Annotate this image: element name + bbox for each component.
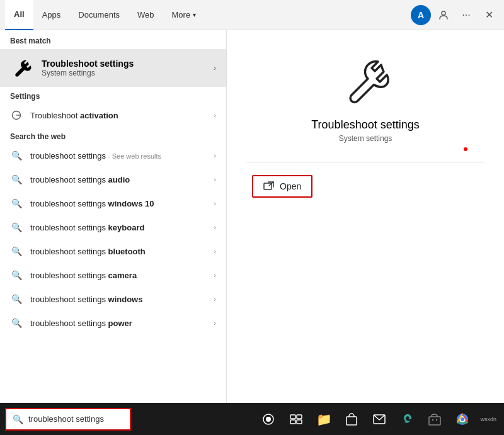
nav-tabs: All Apps Documents Web More ▾ A (0, 0, 504, 30)
close-button[interactable]: ✕ (479, 5, 499, 25)
svg-rect-13 (429, 417, 440, 425)
settings-item-chevron: › (214, 111, 216, 119)
web-item-2[interactable]: 🔍 troubleshoot settings windows 10 › (0, 191, 226, 215)
avatar[interactable]: A (411, 5, 431, 25)
chevron-down-icon: ▾ (193, 11, 196, 18)
settings-icon (10, 109, 23, 121)
settings-troubleshoot-activation[interactable]: Troubleshoot activation › (0, 103, 226, 127)
web-item-text-5: troubleshoot settings camera (30, 271, 206, 280)
search-icon-0: 🔍 (10, 149, 23, 162)
red-dot-decoration (464, 147, 467, 151)
open-label: Open (280, 181, 301, 191)
right-panel: Troubleshoot settings System settings Op… (227, 30, 504, 403)
taskbar-explorer-icon[interactable]: 📁 (311, 407, 336, 432)
search-icon-4: 🔍 (10, 245, 23, 257)
web-item-chevron-0: › (214, 152, 216, 159)
person-icon-button[interactable] (433, 5, 454, 25)
taskbar-search-text: troubleshoot settings (28, 414, 104, 424)
web-item-text-7: troubleshoot settings power (30, 319, 206, 328)
web-item-text-0: troubleshoot settings - See web results (30, 151, 206, 161)
web-item-0[interactable]: 🔍 troubleshoot settings - See web result… (0, 144, 226, 167)
best-match-label: Best match (0, 30, 226, 49)
more-dots-button[interactable]: ··· (456, 5, 476, 25)
svg-rect-11 (346, 417, 357, 425)
taskbar-chrome-icon[interactable] (450, 407, 475, 432)
content-area: Best match Troubleshoot settings System … (0, 30, 504, 403)
search-icon-2: 🔍 (10, 197, 23, 210)
svg-rect-8 (297, 415, 302, 419)
search-icon-5: 🔍 (10, 269, 23, 281)
web-item-chevron-7: › (214, 319, 216, 327)
tab-web[interactable]: Web (129, 0, 163, 30)
right-title: Troubleshoot settings (311, 118, 419, 132)
taskbar-search-bar[interactable]: 🔍 troubleshoot settings (5, 408, 131, 431)
search-icon-7: 🔍 (10, 317, 23, 329)
web-item-5[interactable]: 🔍 troubleshoot settings camera › (0, 263, 226, 287)
web-item-chevron-6: › (214, 295, 216, 303)
web-item-text-3: troubleshoot settings keyboard (30, 223, 206, 232)
wrench-icon (10, 57, 33, 79)
taskbar: 🔍 troubleshoot settings 📁 (0, 403, 504, 435)
web-item-1[interactable]: 🔍 troubleshoot settings audio › (0, 167, 226, 191)
web-item-text-2: troubleshoot settings windows 10 (30, 199, 206, 208)
open-icon (263, 181, 275, 191)
tab-documents[interactable]: Documents (69, 0, 129, 30)
taskbar-store2-icon[interactable] (422, 407, 447, 432)
svg-point-15 (436, 419, 437, 420)
search-icon-3: 🔍 (10, 221, 23, 234)
svg-rect-10 (297, 420, 302, 424)
right-divider (246, 162, 485, 162)
best-match-chevron: › (214, 64, 216, 72)
web-item-chevron-3: › (214, 223, 216, 231)
nav-controls: A ··· ✕ (411, 5, 499, 25)
taskbar-search-icon: 🔍 (13, 414, 23, 424)
search-icon-6: 🔍 (10, 293, 23, 305)
best-match-subtitle: System settings (42, 69, 205, 77)
large-wrench-icon (340, 55, 391, 108)
taskbar-edge-icon[interactable] (394, 407, 420, 432)
search-window: All Apps Documents Web More ▾ A (0, 0, 504, 403)
settings-item-text: Troubleshoot activation (30, 111, 206, 120)
web-item-chevron-4: › (214, 247, 216, 255)
svg-point-0 (442, 11, 445, 15)
open-button-container: Open (246, 175, 485, 198)
taskbar-cortana-icon[interactable] (256, 407, 281, 432)
tab-all[interactable]: All (5, 0, 33, 30)
taskbar-task-view-icon[interactable] (284, 407, 309, 432)
web-item-3[interactable]: 🔍 troubleshoot settings keyboard › (0, 215, 226, 239)
best-match-item[interactable]: Troubleshoot settings System settings › (0, 49, 226, 87)
tab-apps[interactable]: Apps (33, 0, 70, 30)
right-subtitle: System settings (339, 134, 392, 143)
web-item-text-6: troubleshoot settings windows (30, 295, 206, 304)
best-match-title: Troubleshoot settings (42, 59, 205, 69)
web-item-chevron-5: › (214, 271, 216, 279)
svg-point-14 (432, 419, 433, 420)
open-button[interactable]: Open (252, 175, 312, 198)
web-item-4[interactable]: 🔍 troubleshoot settings bluetooth › (0, 239, 226, 263)
left-panel: Best match Troubleshoot settings System … (0, 30, 227, 403)
tab-more[interactable]: More ▾ (163, 0, 205, 30)
settings-section-label: Settings (0, 87, 226, 103)
best-match-text: Troubleshoot settings System settings (42, 59, 205, 77)
taskbar-mail-icon[interactable] (367, 407, 392, 432)
taskbar-store-icon[interactable] (339, 407, 364, 432)
web-item-chevron-1: › (214, 176, 216, 183)
svg-point-6 (266, 417, 271, 422)
web-item-chevron-2: › (214, 200, 216, 207)
web-item-6[interactable]: 🔍 troubleshoot settings windows › (0, 287, 226, 311)
svg-rect-7 (290, 415, 295, 419)
svg-rect-9 (290, 420, 295, 424)
taskbar-wsxdn-icon: wsxdn (478, 407, 499, 432)
web-item-text-1: troubleshoot settings audio (30, 175, 206, 184)
search-icon-1: 🔍 (10, 173, 23, 186)
web-item-7[interactable]: 🔍 troubleshoot settings power › (0, 311, 226, 335)
web-section-label: Search the web (0, 127, 226, 144)
web-item-text-4: troubleshoot settings bluetooth (30, 247, 206, 256)
svg-point-18 (461, 417, 464, 421)
